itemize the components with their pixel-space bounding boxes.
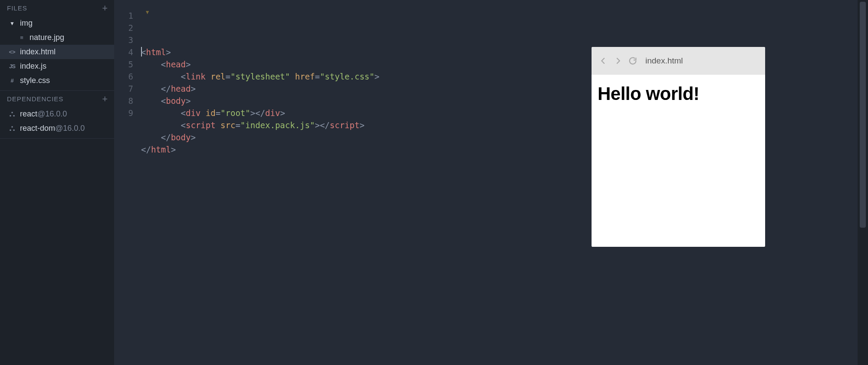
preview-browser: index.html Hello world! [592, 47, 765, 247]
dep-label: react-dom@16.0.0 [20, 124, 85, 133]
preview-toolbar: index.html [592, 47, 765, 75]
dep-item-react[interactable]: react@16.0.0 [0, 107, 114, 121]
line-number: 6 [114, 70, 141, 83]
file-label: index.js [20, 62, 46, 71]
file-item-nature-jpg[interactable]: ≡nature.jpg [0, 30, 114, 45]
dep-list: react@16.0.0react-dom@16.0.0 [0, 107, 114, 136]
folder-label: img [20, 19, 33, 28]
preview-reload-button[interactable] [628, 56, 638, 66]
file-item-style-css[interactable]: #style.css [0, 73, 114, 88]
line-number: 2 [114, 22, 141, 34]
svg-point-2 [13, 115, 15, 116]
dep-item-react-dom[interactable]: react-dom@16.0.0 [0, 121, 114, 136]
editor: 123456789 ▼ <html> <head> <link rel="sty… [114, 0, 858, 365]
html-icon: <> [9, 49, 16, 55]
folder-img[interactable]: ▼ img [0, 16, 114, 30]
dep-label: react@16.0.0 [20, 110, 67, 119]
preview-body: Hello world! [592, 75, 765, 247]
svg-point-4 [10, 129, 11, 131]
preview-back-button[interactable] [598, 56, 608, 66]
preview-title: index.html [645, 56, 683, 66]
line-number: 4 [114, 46, 141, 58]
add-file-button[interactable]: + [102, 5, 108, 12]
line-number: 7 [114, 83, 141, 95]
preview-forward-button[interactable] [613, 56, 623, 66]
files-section-label: FILES [7, 4, 27, 12]
line-number: 8 [114, 95, 141, 107]
file-label: style.css [20, 76, 50, 85]
svg-point-0 [11, 112, 13, 113]
file-icon: ≡ [18, 34, 25, 41]
svg-point-3 [11, 126, 13, 128]
package-icon [9, 111, 16, 117]
file-item-index-js[interactable]: JSindex.js [0, 59, 114, 73]
line-gutter: 123456789 [114, 0, 141, 365]
line-number: 3 [114, 34, 141, 46]
hash-icon: # [9, 77, 16, 84]
file-label: nature.jpg [30, 33, 64, 42]
deps-section-label: DEPENDENCIES [7, 95, 63, 103]
file-label: index.html [20, 47, 56, 56]
files-section-header: FILES + [0, 0, 114, 16]
scrollbar-thumb[interactable] [860, 2, 866, 228]
svg-point-5 [13, 129, 15, 131]
scrollbar-track[interactable] [858, 0, 868, 365]
line-number: 5 [114, 58, 141, 70]
sidebar: FILES + ▼ img ≡nature.jpg<>index.htmlJSi… [0, 0, 114, 365]
svg-point-1 [10, 115, 11, 116]
deps-section-header: DEPENDENCIES + [0, 91, 114, 107]
preview-heading: Hello world! [598, 83, 759, 104]
line-number: 1 [114, 10, 141, 22]
sidebar-separator-2 [0, 138, 114, 139]
folder-collapse-icon: ▼ [9, 20, 16, 27]
package-icon [9, 126, 16, 132]
add-dep-button[interactable]: + [102, 96, 108, 103]
file-list: ≡nature.jpg<>index.htmlJSindex.js#style.… [0, 30, 114, 88]
file-item-index-html[interactable]: <>index.html [0, 45, 114, 59]
line-number: 9 [114, 107, 141, 119]
fold-marker-icon[interactable]: ▼ [146, 6, 149, 18]
js-icon: JS [9, 63, 16, 70]
